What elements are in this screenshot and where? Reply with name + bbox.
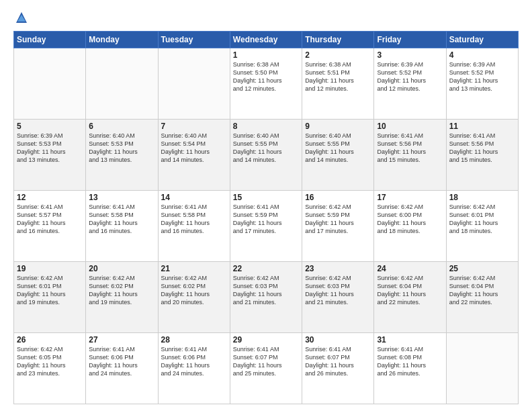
day-number: 3 (377, 50, 443, 60)
day-info: Sunrise: 6:41 AM Sunset: 5:57 PM Dayligh… (17, 203, 83, 236)
day-number: 13 (89, 193, 154, 202)
day-number: 28 (161, 335, 227, 345)
day-info: Sunrise: 6:42 AM Sunset: 6:00 PM Dayligh… (377, 203, 443, 236)
calendar-cell: 24Sunrise: 6:42 AM Sunset: 6:04 PM Dayli… (374, 262, 446, 333)
logo (13, 11, 28, 24)
day-info: Sunrise: 6:41 AM Sunset: 5:59 PM Dayligh… (233, 203, 299, 236)
calendar-cell: 28Sunrise: 6:41 AM Sunset: 6:06 PM Dayli… (158, 333, 230, 404)
day-info: Sunrise: 6:42 AM Sunset: 6:03 PM Dayligh… (305, 274, 371, 307)
day-number: 20 (89, 264, 154, 273)
calendar-week-row: 12Sunrise: 6:41 AM Sunset: 5:57 PM Dayli… (14, 191, 519, 262)
day-number: 25 (449, 264, 515, 273)
calendar-cell: 14Sunrise: 6:41 AM Sunset: 5:58 PM Dayli… (158, 191, 230, 262)
calendar-cell (446, 333, 518, 404)
calendar-week-row: 19Sunrise: 6:42 AM Sunset: 6:01 PM Dayli… (14, 262, 519, 333)
day-info: Sunrise: 6:41 AM Sunset: 6:07 PM Dayligh… (305, 345, 371, 378)
calendar-cell: 3Sunrise: 6:39 AM Sunset: 5:52 PM Daylig… (374, 48, 446, 120)
calendar-day-header: Friday (374, 32, 446, 48)
calendar-day-header: Saturday (446, 32, 518, 48)
day-info: Sunrise: 6:41 AM Sunset: 5:56 PM Dayligh… (449, 132, 515, 165)
calendar-cell: 5Sunrise: 6:39 AM Sunset: 5:53 PM Daylig… (14, 120, 86, 191)
header (13, 11, 519, 24)
calendar-cell: 27Sunrise: 6:41 AM Sunset: 6:06 PM Dayli… (86, 333, 158, 404)
calendar-cell: 31Sunrise: 6:41 AM Sunset: 6:08 PM Dayli… (374, 333, 446, 404)
day-info: Sunrise: 6:39 AM Sunset: 5:52 PM Dayligh… (449, 60, 515, 93)
day-info: Sunrise: 6:42 AM Sunset: 5:59 PM Dayligh… (305, 203, 371, 236)
calendar-cell: 30Sunrise: 6:41 AM Sunset: 6:07 PM Dayli… (302, 333, 374, 404)
calendar-cell (158, 48, 230, 120)
day-number: 12 (17, 193, 83, 202)
day-info: Sunrise: 6:41 AM Sunset: 5:58 PM Dayligh… (161, 203, 227, 236)
calendar-cell: 16Sunrise: 6:42 AM Sunset: 5:59 PM Dayli… (302, 191, 374, 262)
day-info: Sunrise: 6:42 AM Sunset: 6:03 PM Dayligh… (233, 274, 299, 307)
calendar-table: SundayMondayTuesdayWednesdayThursdayFrid… (13, 31, 519, 404)
day-info: Sunrise: 6:41 AM Sunset: 6:06 PM Dayligh… (161, 345, 227, 378)
day-number: 7 (161, 122, 227, 131)
calendar-cell: 8Sunrise: 6:40 AM Sunset: 5:55 PM Daylig… (230, 120, 302, 191)
calendar-cell: 21Sunrise: 6:42 AM Sunset: 6:02 PM Dayli… (158, 262, 230, 333)
day-info: Sunrise: 6:42 AM Sunset: 6:05 PM Dayligh… (17, 345, 83, 378)
day-number: 16 (305, 193, 371, 202)
page: SundayMondayTuesdayWednesdayThursdayFrid… (0, 0, 532, 411)
calendar-cell: 22Sunrise: 6:42 AM Sunset: 6:03 PM Dayli… (230, 262, 302, 333)
day-number: 26 (17, 335, 83, 345)
day-info: Sunrise: 6:40 AM Sunset: 5:55 PM Dayligh… (233, 132, 299, 165)
calendar-cell: 4Sunrise: 6:39 AM Sunset: 5:52 PM Daylig… (446, 48, 518, 120)
day-info: Sunrise: 6:41 AM Sunset: 5:56 PM Dayligh… (377, 132, 443, 165)
day-info: Sunrise: 6:42 AM Sunset: 6:02 PM Dayligh… (89, 274, 154, 307)
calendar-cell: 29Sunrise: 6:41 AM Sunset: 6:07 PM Dayli… (230, 333, 302, 404)
day-info: Sunrise: 6:41 AM Sunset: 6:08 PM Dayligh… (377, 345, 443, 378)
day-info: Sunrise: 6:41 AM Sunset: 5:58 PM Dayligh… (89, 203, 154, 236)
day-info: Sunrise: 6:41 AM Sunset: 6:06 PM Dayligh… (89, 345, 154, 378)
calendar-cell: 1Sunrise: 6:38 AM Sunset: 5:50 PM Daylig… (230, 48, 302, 120)
calendar-cell: 9Sunrise: 6:40 AM Sunset: 5:55 PM Daylig… (302, 120, 374, 191)
day-info: Sunrise: 6:42 AM Sunset: 6:01 PM Dayligh… (17, 274, 83, 307)
day-info: Sunrise: 6:42 AM Sunset: 6:01 PM Dayligh… (449, 203, 515, 236)
day-info: Sunrise: 6:40 AM Sunset: 5:55 PM Dayligh… (305, 132, 371, 165)
calendar-day-header: Sunday (14, 32, 86, 48)
day-number: 23 (305, 264, 371, 273)
day-number: 17 (377, 193, 443, 202)
calendar-cell (14, 48, 86, 120)
day-info: Sunrise: 6:42 AM Sunset: 6:04 PM Dayligh… (377, 274, 443, 307)
calendar-cell: 12Sunrise: 6:41 AM Sunset: 5:57 PM Dayli… (14, 191, 86, 262)
day-number: 14 (161, 193, 227, 202)
calendar-cell: 6Sunrise: 6:40 AM Sunset: 5:53 PM Daylig… (86, 120, 158, 191)
calendar-cell: 19Sunrise: 6:42 AM Sunset: 6:01 PM Dayli… (14, 262, 86, 333)
day-number: 1 (233, 50, 299, 60)
day-info: Sunrise: 6:40 AM Sunset: 5:54 PM Dayligh… (161, 132, 227, 165)
calendar-day-header: Thursday (302, 32, 374, 48)
calendar-cell: 7Sunrise: 6:40 AM Sunset: 5:54 PM Daylig… (158, 120, 230, 191)
day-info: Sunrise: 6:42 AM Sunset: 6:04 PM Dayligh… (449, 274, 515, 307)
calendar-week-row: 5Sunrise: 6:39 AM Sunset: 5:53 PM Daylig… (14, 120, 519, 191)
calendar-cell (86, 48, 158, 120)
day-number: 2 (305, 50, 371, 60)
calendar-cell: 2Sunrise: 6:38 AM Sunset: 5:51 PM Daylig… (302, 48, 374, 120)
day-number: 24 (377, 264, 443, 273)
day-number: 8 (233, 122, 299, 131)
day-info: Sunrise: 6:38 AM Sunset: 5:51 PM Dayligh… (305, 60, 371, 93)
day-number: 21 (161, 264, 227, 273)
logo-icon (15, 11, 28, 24)
day-number: 19 (17, 264, 83, 273)
calendar-day-header: Monday (86, 32, 158, 48)
day-number: 31 (377, 335, 443, 345)
day-number: 27 (89, 335, 154, 345)
calendar-week-row: 26Sunrise: 6:42 AM Sunset: 6:05 PM Dayli… (14, 333, 519, 404)
calendar-cell: 18Sunrise: 6:42 AM Sunset: 6:01 PM Dayli… (446, 191, 518, 262)
day-number: 30 (305, 335, 371, 345)
calendar-cell: 10Sunrise: 6:41 AM Sunset: 5:56 PM Dayli… (374, 120, 446, 191)
calendar-cell: 25Sunrise: 6:42 AM Sunset: 6:04 PM Dayli… (446, 262, 518, 333)
day-info: Sunrise: 6:40 AM Sunset: 5:53 PM Dayligh… (89, 132, 154, 165)
calendar-header-row: SundayMondayTuesdayWednesdayThursdayFrid… (14, 32, 519, 48)
calendar-day-header: Tuesday (158, 32, 230, 48)
calendar-week-row: 1Sunrise: 6:38 AM Sunset: 5:50 PM Daylig… (14, 48, 519, 120)
calendar-cell: 23Sunrise: 6:42 AM Sunset: 6:03 PM Dayli… (302, 262, 374, 333)
day-number: 4 (449, 50, 515, 60)
day-number: 15 (233, 193, 299, 202)
calendar-cell: 13Sunrise: 6:41 AM Sunset: 5:58 PM Dayli… (86, 191, 158, 262)
calendar-day-header: Wednesday (230, 32, 302, 48)
day-info: Sunrise: 6:42 AM Sunset: 6:02 PM Dayligh… (161, 274, 227, 307)
day-info: Sunrise: 6:39 AM Sunset: 5:53 PM Dayligh… (17, 132, 83, 165)
calendar-cell: 17Sunrise: 6:42 AM Sunset: 6:00 PM Dayli… (374, 191, 446, 262)
